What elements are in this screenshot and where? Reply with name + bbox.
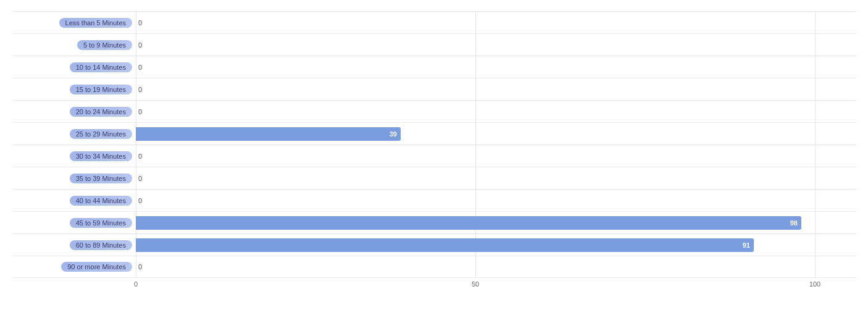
bar-row: 10 to 14 Minutes0 — [12, 56, 856, 78]
bar-row: 60 to 89 Minutes91 — [12, 233, 856, 256]
bar-row: 15 to 19 Minutes0 — [12, 78, 856, 100]
label-pill: 45 to 59 Minutes — [70, 218, 132, 228]
bar-label: 20 to 24 Minutes — [12, 107, 136, 117]
bar-row: 90 or more Minutes0 — [12, 256, 856, 278]
label-pill: 15 to 19 Minutes — [70, 85, 132, 94]
bar-area: 0 — [136, 256, 856, 277]
bar-zero-value: 0 — [138, 263, 142, 271]
bar-area: 98 — [136, 212, 856, 233]
bar-area: 0 — [136, 167, 856, 189]
bar-row: 40 to 44 Minutes0 — [12, 189, 856, 211]
bar-area: 0 — [136, 190, 856, 211]
bar-zero-value: 0 — [138, 108, 142, 115]
bar-zero-value: 0 — [138, 197, 142, 204]
bar-label: Less than 5 Minutes — [12, 18, 136, 28]
chart-body: Less than 5 Minutes05 to 9 Minutes010 to… — [12, 11, 856, 278]
label-pill: 40 to 44 Minutes — [70, 196, 132, 206]
bar-area: 91 — [136, 234, 856, 256]
bar-zero-value: 0 — [138, 19, 142, 27]
bar-label: 90 or more Minutes — [12, 262, 136, 272]
label-pill: 30 to 34 Minutes — [70, 151, 132, 161]
bar-label: 35 to 39 Minutes — [12, 174, 136, 183]
label-pill: Less than 5 Minutes — [59, 18, 132, 28]
bar-fill: 91 — [136, 238, 754, 252]
bar-area: 39 — [136, 123, 856, 145]
bar-area: 0 — [136, 34, 856, 56]
bar-value-inside: 98 — [790, 219, 798, 227]
bar-row: 20 to 24 Minutes0 — [12, 100, 856, 122]
label-pill: 90 or more Minutes — [61, 262, 132, 272]
bar-label: 60 to 89 Minutes — [12, 240, 136, 250]
bar-value-inside: 39 — [390, 130, 397, 138]
bar-fill: 39 — [136, 127, 401, 141]
label-pill: 10 to 14 Minutes — [70, 62, 132, 72]
bar-row: 25 to 29 Minutes39 — [12, 122, 856, 145]
label-pill: 35 to 39 Minutes — [70, 174, 132, 183]
x-axis-tick: 0 — [134, 280, 138, 288]
bar-row: 30 to 34 Minutes0 — [12, 145, 856, 167]
bar-label: 10 to 14 Minutes — [12, 62, 136, 72]
bar-zero-value: 0 — [138, 64, 142, 71]
bar-area: 0 — [136, 101, 856, 122]
bar-label: 45 to 59 Minutes — [12, 218, 136, 228]
x-axis-tick: 50 — [472, 280, 479, 288]
bar-zero-value: 0 — [138, 41, 142, 49]
bar-label: 5 to 9 Minutes — [12, 40, 136, 50]
bar-area: 0 — [136, 78, 856, 100]
bar-area: 0 — [136, 145, 856, 167]
bar-value-inside: 91 — [743, 241, 750, 249]
label-pill: 25 to 29 Minutes — [70, 129, 132, 139]
label-pill: 60 to 89 Minutes — [70, 240, 132, 250]
bar-area: 0 — [136, 56, 856, 78]
bar-area: 0 — [136, 12, 856, 33]
bar-row: 35 to 39 Minutes0 — [12, 167, 856, 189]
x-axis: 050100 — [136, 279, 856, 292]
chart-container: Less than 5 Minutes05 to 9 Minutes010 to… — [0, 0, 868, 323]
bar-label: 40 to 44 Minutes — [12, 196, 136, 206]
label-pill: 20 to 24 Minutes — [70, 107, 132, 117]
bar-fill: 98 — [136, 216, 801, 230]
bar-row: Less than 5 Minutes0 — [12, 11, 856, 33]
bar-zero-value: 0 — [138, 153, 142, 160]
bar-label: 25 to 29 Minutes — [12, 129, 136, 139]
bar-zero-value: 0 — [138, 86, 142, 93]
bar-label: 15 to 19 Minutes — [12, 85, 136, 94]
bar-zero-value: 0 — [138, 175, 142, 182]
bar-row: 45 to 59 Minutes98 — [12, 211, 856, 233]
x-axis-tick: 100 — [809, 280, 820, 288]
label-pill: 5 to 9 Minutes — [77, 40, 132, 50]
bar-label: 30 to 34 Minutes — [12, 151, 136, 161]
bar-row: 5 to 9 Minutes0 — [12, 33, 856, 56]
